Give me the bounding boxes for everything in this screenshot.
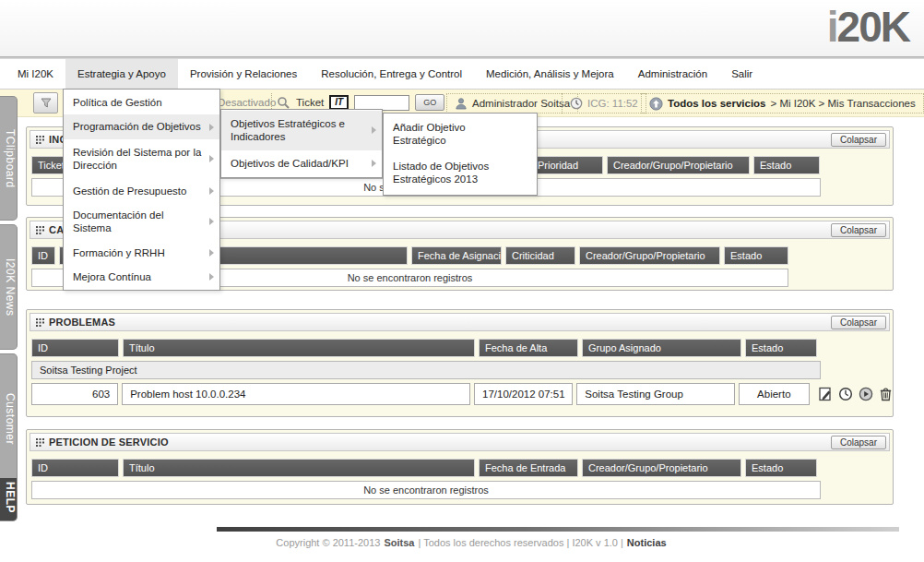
submenu-arrow-icon	[209, 155, 214, 162]
top-banner: i20K	[0, 0, 924, 56]
sidebar-tab-customer-label: Customer	[0, 354, 17, 478]
sidebar-tab-i20k-news[interactable]: I20K News	[0, 224, 18, 350]
company-link[interactable]: Soitsa	[384, 537, 414, 548]
logo-i: i	[827, 3, 837, 51]
column-header[interactable]: Creador/Grupo/Propietario	[582, 459, 741, 477]
submenu-objetivos-estrategicos: Añadir Objetivo Estratégico Listado de O…	[383, 113, 538, 196]
submenu-arrow-icon	[209, 124, 214, 131]
it-button[interactable]: IT	[329, 95, 349, 110]
column-header[interactable]: Fecha de Entrada	[479, 459, 578, 477]
status-text: Desactivado	[218, 97, 276, 108]
menu-item-objetivos-de-calidad[interactable]: Objetivos de Calidad/KPI	[221, 150, 382, 176]
column-header[interactable]: Fecha de Asignación	[411, 246, 502, 265]
cell-titulo: Problem host 10.0.0.234	[122, 383, 470, 405]
app-logo: i20K	[827, 2, 909, 52]
column-header[interactable]: Creador/Grupo/Propietario	[607, 156, 750, 174]
grid-icon	[35, 225, 44, 234]
menu-item-programacion-de-objetivos[interactable]: Programación de Objetivos	[64, 114, 219, 138]
section-problemas: PROBLEMAS Colapsar ID Título Fecha de Al…	[26, 309, 894, 417]
column-header[interactable]: Prioridad	[531, 156, 603, 174]
menu-item-revision-del-sistema[interactable]: Revisión del Sistema por la Dirección	[64, 139, 219, 179]
row-actions	[818, 387, 893, 401]
menubar-item-salir[interactable]: Salir	[719, 59, 764, 89]
peticion-header-row: ID Título Fecha de Entrada Creador/Grupo…	[31, 459, 893, 477]
submenu-programacion-de-objetivos: Objetivos Estratégicos e Indicadores Obj…	[220, 109, 383, 178]
grid-icon	[35, 135, 44, 144]
history-clock-icon[interactable]	[838, 387, 853, 401]
menu-item-politica-de-gestion[interactable]: Política de Gestión	[64, 90, 219, 114]
column-header[interactable]: Fecha de Alta	[479, 339, 578, 357]
menu-item-label: Objetivos de Calidad/KPI	[231, 158, 349, 169]
grid-icon	[35, 317, 44, 327]
menu-item-label: Formación y RRHH	[73, 247, 165, 258]
user-name: Administrador Soitsa	[472, 98, 570, 109]
column-header[interactable]: ID	[31, 246, 55, 265]
collapse-button[interactable]: Colapsar	[831, 133, 886, 147]
ticket-search-input[interactable]	[354, 95, 409, 111]
menubar-item-mi-i20k[interactable]: Mi I20K	[6, 59, 65, 89]
menubar-item-medicion[interactable]: Medición, Análisis y Mejora	[474, 59, 626, 89]
section-peticion-de-servicio: PETICION DE SERVICIO Colapsar ID Título …	[26, 429, 894, 505]
menu-item-label: Política de Gestión	[73, 97, 162, 108]
submenu-arrow-icon	[209, 187, 214, 195]
menubar-item-estrategia[interactable]: Estrategia y Apoyo	[65, 59, 178, 89]
menu-item-anadir-objetivo[interactable]: Añadir Objetivo Estratégico	[384, 115, 537, 153]
app-root: i20K Mi I20K Estrategia y Apoyo Provisió…	[0, 0, 924, 562]
cell-id: 603	[31, 383, 118, 405]
sidebar-tab-customer-help[interactable]: Customer HELP	[0, 353, 18, 521]
submenu-arrow-icon	[209, 273, 214, 281]
menu-item-label: Objetivos Estratégicos e Indicadores	[231, 118, 345, 142]
grid-icon	[35, 437, 44, 447]
column-header[interactable]: Estado	[745, 459, 817, 477]
column-header[interactable]: Grupo Asignado	[582, 339, 741, 357]
collapse-button[interactable]: Colapsar	[831, 436, 886, 449]
column-header[interactable]: Estado	[724, 246, 788, 265]
empty-results-row: No se encontraron registros	[31, 481, 821, 499]
menubar-item-resolucion[interactable]: Resolución, Entrega y Control	[309, 59, 474, 89]
filter-button[interactable]	[33, 92, 58, 114]
noticias-link[interactable]: Noticias	[627, 537, 667, 548]
play-icon[interactable]	[859, 387, 873, 401]
column-header[interactable]: Título	[123, 459, 475, 477]
collapse-button[interactable]: Colapsar	[831, 316, 886, 329]
section-problemas-titlebar: PROBLEMAS Colapsar	[30, 313, 890, 331]
breadcrumb[interactable]: Todos los servicios > Mi I20K > Mis Tran…	[641, 93, 924, 114]
menu-item-listado-de-objetivos[interactable]: Listado de Objetivos Estratégicos 2013	[384, 153, 537, 193]
column-header[interactable]: Creador/Grupo/Propietario	[579, 246, 720, 265]
menubar-item-provision[interactable]: Provisión y Relaciones	[178, 59, 309, 89]
dropdown-estrategia-y-apoyo: Política de Gestión Programación de Obje…	[63, 89, 220, 291]
funnel-icon	[40, 97, 53, 110]
breadcrumb-rest: > Mi I20K > Mis Transacciones	[771, 98, 916, 109]
column-header[interactable]: Criticidad	[505, 246, 575, 265]
collapse-button[interactable]: Colapsar	[831, 223, 886, 237]
footer-divider	[217, 527, 899, 532]
column-header[interactable]: ID	[31, 459, 119, 477]
cell-fecha: 17/10/2012 07:51	[474, 383, 573, 405]
column-header[interactable]: ID	[31, 339, 119, 357]
submenu-arrow-icon	[372, 160, 376, 167]
edit-icon[interactable]	[818, 387, 833, 401]
column-header[interactable]: Título	[123, 339, 475, 357]
menubar-item-administracion[interactable]: Administración	[626, 59, 719, 89]
clock-segment: ICG: 11:52	[562, 93, 646, 114]
menu-item-gestion-de-presupuesto[interactable]: Gestión de Presupuesto	[64, 179, 219, 203]
menu-item-label: Gestión de Presupuesto	[73, 185, 186, 197]
user-segment[interactable]: Administrador Soitsa	[446, 93, 578, 114]
trash-icon[interactable]	[879, 387, 893, 401]
menu-item-documentacion-del-sistema[interactable]: Documentación del Sistema	[64, 203, 219, 241]
magnifier-icon	[277, 96, 290, 110]
column-header[interactable]: Estado	[745, 339, 817, 357]
submenu-arrow-icon	[209, 249, 214, 257]
menu-item-mejora-continua[interactable]: Mejora Contínua	[64, 265, 219, 289]
column-header[interactable]: Estado	[753, 156, 820, 174]
clock-text: ICG: 11:52	[587, 98, 638, 109]
up-circle-icon	[649, 97, 663, 111]
footer: Copyright © 2011-2013 Soitsa | Todos los…	[18, 537, 924, 548]
go-button[interactable]: GO	[415, 94, 444, 111]
menu-item-formacion-y-rrhh[interactable]: Formación y RRHH	[64, 241, 219, 265]
menu-item-label: Programación de Objetivos	[73, 121, 201, 132]
table-row[interactable]: 603 Problem host 10.0.0.234 17/10/2012 0…	[31, 383, 893, 405]
menu-item-objetivos-estrategicos[interactable]: Objetivos Estratégicos e Indicadores	[221, 111, 382, 150]
menu-item-label: Revisión del Sistema por la Dirección	[73, 147, 201, 171]
sidebar-tab-tclipboard[interactable]: TClipboard	[0, 96, 18, 221]
